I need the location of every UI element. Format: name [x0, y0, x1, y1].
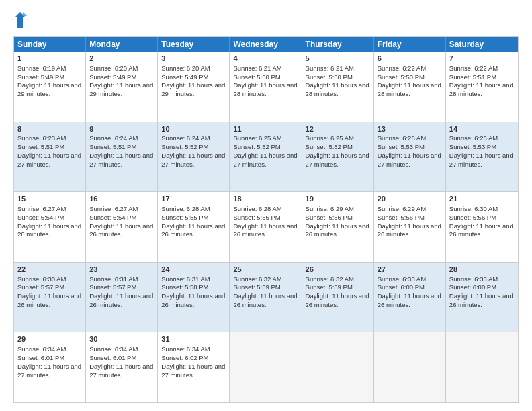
sunset-text: Sunset: 5:54 PM: [17, 214, 64, 221]
header-cell-sunday: Sunday: [14, 37, 86, 52]
sunrise-text: Sunrise: 6:19 AM: [17, 64, 66, 72]
sunrise-text: Sunrise: 6:32 AM: [233, 275, 281, 283]
sunset-text: Sunset: 5:53 PM: [449, 143, 496, 150]
calendar-row-2: 8Sunrise: 6:23 AMSunset: 5:51 PMDaylight…: [14, 122, 518, 193]
header-cell-monday: Monday: [86, 37, 158, 52]
sunrise-text: Sunrise: 6:25 AM: [233, 134, 281, 142]
header-cell-wednesday: Wednesday: [230, 37, 302, 52]
daylight-text: Daylight: 11 hours and 27 minutes.: [89, 152, 153, 168]
calendar-body: 1Sunrise: 6:19 AMSunset: 5:49 PMDaylight…: [14, 52, 518, 402]
calendar-cell: 31Sunrise: 6:34 AMSunset: 6:02 PMDayligh…: [158, 332, 230, 402]
calendar-cell: 11Sunrise: 6:25 AMSunset: 5:52 PMDayligh…: [230, 122, 302, 192]
sunset-text: Sunset: 5:51 PM: [449, 73, 496, 81]
sunset-text: Sunset: 5:52 PM: [161, 143, 208, 150]
day-number: 29: [17, 334, 82, 345]
calendar-cell: 16Sunrise: 6:27 AMSunset: 5:54 PMDayligh…: [86, 192, 158, 262]
day-number: 23: [89, 265, 154, 275]
daylight-text: Daylight: 11 hours and 26 minutes.: [89, 292, 153, 308]
calendar-cell: 7Sunrise: 6:22 AMSunset: 5:51 PMDaylight…: [446, 52, 518, 122]
calendar-cell: 6Sunrise: 6:22 AMSunset: 5:50 PMDaylight…: [374, 52, 446, 122]
calendar-row-5: 29Sunrise: 6:34 AMSunset: 6:01 PMDayligh…: [14, 332, 518, 402]
sunrise-text: Sunrise: 6:21 AM: [306, 64, 354, 72]
daylight-text: Daylight: 11 hours and 28 minutes.: [378, 81, 441, 97]
sunset-text: Sunset: 6:00 PM: [378, 283, 425, 291]
calendar-cell: 1Sunrise: 6:19 AMSunset: 5:49 PMDaylight…: [14, 52, 86, 122]
sunrise-text: Sunrise: 6:21 AM: [233, 64, 281, 72]
calendar-header: SundayMondayTuesdayWednesdayThursdayFrid…: [14, 37, 518, 52]
calendar-cell: [374, 332, 446, 402]
sunrise-text: Sunrise: 6:27 AM: [89, 205, 138, 212]
day-number: 13: [378, 124, 442, 134]
day-number: 4: [233, 54, 298, 64]
daylight-text: Daylight: 11 hours and 27 minutes.: [161, 152, 225, 168]
sunset-text: Sunset: 5:59 PM: [233, 283, 280, 291]
day-number: 3: [161, 54, 226, 64]
sunrise-text: Sunrise: 6:20 AM: [89, 64, 138, 72]
calendar-cell: 4Sunrise: 6:21 AMSunset: 5:50 PMDaylight…: [230, 52, 302, 122]
sunset-text: Sunset: 5:56 PM: [306, 214, 353, 221]
day-number: 14: [449, 124, 515, 134]
calendar-row-4: 22Sunrise: 6:30 AMSunset: 5:57 PMDayligh…: [14, 263, 518, 333]
sunset-text: Sunset: 5:51 PM: [89, 143, 136, 150]
day-number: 9: [89, 124, 154, 134]
sunset-text: Sunset: 5:56 PM: [449, 214, 496, 221]
calendar-cell: 28Sunrise: 6:33 AMSunset: 6:00 PMDayligh…: [446, 263, 518, 332]
daylight-text: Daylight: 11 hours and 28 minutes.: [449, 81, 513, 97]
calendar-cell: 22Sunrise: 6:30 AMSunset: 5:57 PMDayligh…: [14, 263, 86, 332]
sunset-text: Sunset: 5:53 PM: [378, 143, 425, 150]
sunrise-text: Sunrise: 6:28 AM: [233, 205, 281, 212]
calendar-cell: 5Sunrise: 6:21 AMSunset: 5:50 PMDaylight…: [302, 52, 374, 122]
calendar-cell: 18Sunrise: 6:28 AMSunset: 5:55 PMDayligh…: [230, 192, 302, 262]
sunset-text: Sunset: 6:01 PM: [17, 354, 64, 361]
svg-marker-1: [23, 12, 27, 16]
day-number: 17: [161, 194, 226, 204]
daylight-text: Daylight: 11 hours and 26 minutes.: [449, 222, 513, 238]
daylight-text: Daylight: 11 hours and 26 minutes.: [449, 292, 513, 308]
sunrise-text: Sunrise: 6:30 AM: [17, 275, 66, 283]
sunrise-text: Sunrise: 6:22 AM: [378, 64, 426, 72]
day-number: 27: [378, 265, 442, 275]
sunset-text: Sunset: 6:02 PM: [161, 354, 208, 361]
sunset-text: Sunset: 5:49 PM: [17, 73, 64, 81]
sunrise-text: Sunrise: 6:22 AM: [449, 64, 498, 72]
calendar-cell: 23Sunrise: 6:31 AMSunset: 5:57 PMDayligh…: [86, 263, 158, 332]
daylight-text: Daylight: 11 hours and 27 minutes.: [161, 363, 225, 379]
day-number: 28: [449, 265, 515, 275]
daylight-text: Daylight: 11 hours and 26 minutes.: [306, 292, 369, 308]
calendar-cell: 3Sunrise: 6:20 AMSunset: 5:49 PMDaylight…: [158, 52, 230, 122]
calendar-row-3: 15Sunrise: 6:27 AMSunset: 5:54 PMDayligh…: [14, 192, 518, 263]
calendar-cell: 24Sunrise: 6:31 AMSunset: 5:58 PMDayligh…: [158, 263, 230, 332]
daylight-text: Daylight: 11 hours and 27 minutes.: [17, 152, 81, 168]
day-number: 22: [17, 265, 82, 275]
sunset-text: Sunset: 5:52 PM: [306, 143, 353, 150]
sunrise-text: Sunrise: 6:26 AM: [378, 134, 426, 142]
daylight-text: Daylight: 11 hours and 26 minutes.: [17, 222, 81, 238]
sunset-text: Sunset: 5:58 PM: [161, 283, 208, 291]
sunrise-text: Sunrise: 6:24 AM: [161, 134, 210, 142]
calendar-cell: [230, 332, 302, 402]
daylight-text: Daylight: 11 hours and 26 minutes.: [306, 222, 369, 238]
day-number: 31: [161, 334, 226, 345]
sunrise-text: Sunrise: 6:34 AM: [161, 345, 210, 353]
day-number: 21: [449, 194, 515, 204]
day-number: 10: [161, 124, 226, 134]
sunrise-text: Sunrise: 6:24 AM: [89, 134, 138, 142]
sunset-text: Sunset: 5:55 PM: [233, 214, 280, 221]
calendar-cell: 12Sunrise: 6:25 AMSunset: 5:52 PMDayligh…: [302, 122, 374, 192]
calendar-cell: 20Sunrise: 6:29 AMSunset: 5:56 PMDayligh…: [374, 192, 446, 262]
page-header: [13, 11, 519, 30]
daylight-text: Daylight: 11 hours and 27 minutes.: [17, 363, 81, 379]
sunrise-text: Sunrise: 6:30 AM: [449, 205, 498, 212]
calendar-cell: 15Sunrise: 6:27 AMSunset: 5:54 PMDayligh…: [14, 192, 86, 262]
daylight-text: Daylight: 11 hours and 27 minutes.: [449, 152, 513, 168]
sunrise-text: Sunrise: 6:23 AM: [17, 134, 66, 142]
calendar-cell: 14Sunrise: 6:26 AMSunset: 5:53 PMDayligh…: [446, 122, 518, 192]
sunrise-text: Sunrise: 6:34 AM: [89, 345, 138, 353]
sunset-text: Sunset: 6:01 PM: [89, 354, 136, 361]
sunset-text: Sunset: 5:50 PM: [306, 73, 353, 81]
sunset-text: Sunset: 5:54 PM: [89, 214, 136, 221]
day-number: 25: [233, 265, 298, 275]
daylight-text: Daylight: 11 hours and 29 minutes.: [17, 81, 81, 97]
daylight-text: Daylight: 11 hours and 27 minutes.: [378, 152, 441, 168]
calendar-row-1: 1Sunrise: 6:19 AMSunset: 5:49 PMDaylight…: [14, 52, 518, 122]
